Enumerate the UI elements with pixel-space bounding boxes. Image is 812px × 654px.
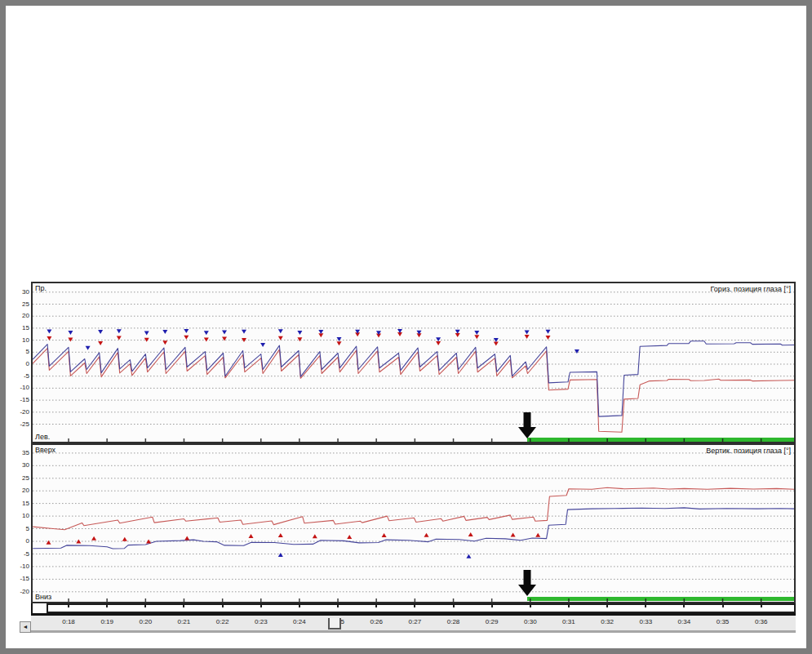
- time-tick-label: 0:28: [447, 618, 460, 625]
- fast-phase-marker: [98, 330, 103, 334]
- fast-phase-marker: [575, 349, 579, 354]
- time-tick-label: 0:27: [409, 618, 422, 625]
- fast-phase-marker: [47, 336, 51, 340]
- y-axis-tick-label: -15: [16, 576, 29, 582]
- second-tick: [568, 598, 570, 602]
- fast-phase-marker: [91, 536, 96, 541]
- second-tick: [722, 438, 724, 442]
- second-tick: [375, 438, 377, 442]
- ruler-tick: [568, 605, 570, 607]
- ruler-tick: [68, 605, 69, 607]
- time-tick-label: 0:24: [293, 618, 306, 625]
- second-tick: [260, 438, 262, 442]
- second-tick: [337, 438, 339, 442]
- second-tick: [684, 598, 686, 602]
- ruler-tick: [761, 605, 762, 607]
- timeline-ruler[interactable]: [47, 603, 796, 613]
- second-tick: [453, 438, 455, 442]
- second-tick: [68, 438, 69, 442]
- fast-phase-marker: [47, 541, 51, 545]
- ruler-tick: [144, 605, 146, 607]
- y-axis-tick-label: -25: [16, 421, 29, 428]
- fast-phase-marker: [546, 330, 551, 334]
- timeline-scroll-handle[interactable]: [328, 618, 341, 630]
- fast-phase-marker: [222, 330, 227, 334]
- fast-phase-marker: [546, 336, 551, 340]
- second-tick: [761, 438, 762, 442]
- ruler-tick: [375, 605, 377, 607]
- vertical-eye-position-plot[interactable]: [33, 445, 794, 602]
- trace-red: [33, 487, 794, 530]
- fast-phase-marker: [76, 540, 81, 544]
- second-tick: [222, 438, 224, 442]
- second-tick: [145, 598, 147, 602]
- fast-phase-marker: [68, 338, 73, 342]
- fast-phase-marker: [297, 337, 302, 341]
- fast-phase-marker: [494, 342, 499, 346]
- y-axis-tick-label: 25: [16, 301, 29, 308]
- y-axis-tick-label: 25: [16, 475, 29, 482]
- fast-phase-marker: [313, 534, 317, 538]
- second-tick: [491, 598, 493, 602]
- y-axis-tick-label: 5: [16, 526, 29, 532]
- fast-phase-marker: [204, 338, 209, 342]
- ruler-tick: [606, 605, 608, 607]
- fast-phase-marker: [511, 532, 516, 536]
- fast-phase-marker: [278, 336, 283, 340]
- time-tick-label: 0:19: [100, 618, 113, 625]
- y-axis-tick-label: -5: [16, 373, 29, 380]
- second-tick: [375, 598, 377, 602]
- second-tick: [606, 598, 608, 602]
- y-axis-tick-label: 0: [16, 538, 29, 545]
- second-tick: [684, 438, 686, 442]
- time-tick-label: 0:26: [370, 618, 383, 625]
- y-axis-tick-label: 20: [16, 313, 29, 319]
- y-axis-tick-label: -15: [16, 397, 29, 403]
- ruler-tick: [722, 605, 724, 607]
- ruler-tick: [260, 605, 262, 607]
- stimulus-bar: [527, 438, 794, 442]
- vertical-eye-position-chart: Вверх Вниз Вертик. позиция глаза [°]: [31, 443, 796, 603]
- scroll-left-button[interactable]: ◄: [20, 621, 31, 633]
- time-tick-label: 0:23: [255, 618, 268, 625]
- ruler-tick: [414, 605, 415, 607]
- fast-phase-marker: [424, 533, 429, 537]
- application-window: 302520151050-5-10-15-20-25 Пр. Лев. Гори…: [0, 0, 812, 654]
- y-axis-tick-label: 30: [16, 462, 29, 469]
- direction-label-down: Вниз: [35, 593, 51, 601]
- fast-phase-marker: [525, 335, 530, 339]
- horizontal-chart-title: Гориз. позиция глаза [°]: [711, 285, 791, 293]
- fast-phase-marker: [184, 336, 189, 340]
- fast-phase-marker: [466, 554, 471, 558]
- fast-phase-marker: [382, 533, 387, 537]
- fast-phase-marker: [337, 337, 342, 341]
- second-tick: [722, 598, 724, 602]
- axis-stub: [31, 603, 33, 613]
- fast-phase-marker: [98, 341, 103, 345]
- second-tick: [491, 438, 493, 442]
- fast-phase-marker: [474, 335, 479, 339]
- ruler-tick: [183, 605, 184, 607]
- second-tick: [761, 598, 762, 602]
- time-tick-label: 0:32: [601, 618, 614, 625]
- fast-phase-marker: [242, 330, 246, 334]
- fast-phase-marker: [144, 331, 149, 336]
- y-axis-tick-label: -10: [16, 563, 29, 570]
- second-tick: [453, 598, 455, 602]
- y-axis-tick-label: 5: [16, 349, 29, 355]
- ruler-tick: [645, 605, 646, 607]
- trace-red: [33, 349, 794, 433]
- second-tick: [646, 598, 647, 602]
- fast-phase-marker: [117, 336, 122, 340]
- y-axis-tick-label: 10: [16, 337, 29, 344]
- direction-label-right: Пр.: [35, 284, 47, 292]
- direction-label-left: Лев.: [35, 433, 50, 441]
- scroll-left-icon: ◄: [23, 624, 29, 630]
- fast-phase-marker: [278, 553, 283, 557]
- second-tick: [337, 598, 339, 602]
- horizontal-eye-position-plot[interactable]: [33, 283, 794, 442]
- second-tick: [184, 438, 185, 442]
- y-axis-tick-label: 0: [16, 361, 29, 367]
- time-tick-label: 0:22: [216, 618, 229, 625]
- time-tick-label: 0:34: [678, 618, 691, 625]
